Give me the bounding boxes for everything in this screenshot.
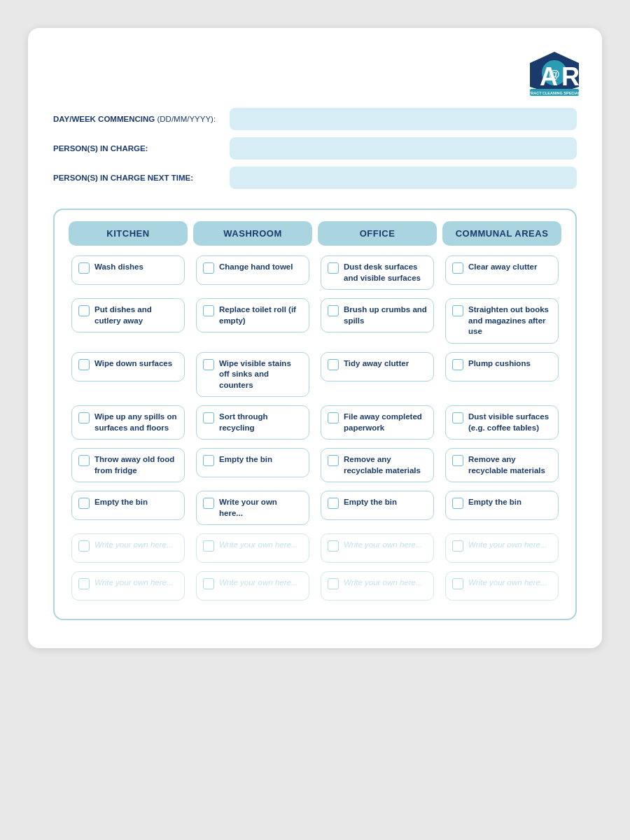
task-text: Sort through recycling xyxy=(219,412,302,433)
task-text: Straighten out books and magazines after… xyxy=(468,304,552,337)
svg-text:CONTRACT CLEANING SPECIALISTS: CONTRACT CLEANING SPECIALISTS xyxy=(526,91,582,95)
task-text: Wipe visible stains off sinks and counte… xyxy=(219,358,302,391)
task-checkbox[interactable] xyxy=(452,540,463,552)
header: A R @ CONTRACT CLEANING SPECIALISTS xyxy=(53,49,577,92)
col-0-row-6: Write your own here... xyxy=(69,529,188,567)
task-checkbox[interactable] xyxy=(78,359,90,370)
person-input[interactable] xyxy=(230,137,577,160)
task-checkbox[interactable] xyxy=(203,262,214,274)
task-checkbox[interactable] xyxy=(78,412,90,424)
col-1-row-6: Write your own here... xyxy=(193,529,312,567)
task-checkbox[interactable] xyxy=(452,455,463,466)
col-2-row-1: Brush up crumbs and spills xyxy=(318,294,437,348)
task-text: Dust visible surfaces (e.g. coffee table… xyxy=(468,412,552,433)
form-label-date: DAY/WEEK COMMENCING (DD/MM/YYYY): xyxy=(53,115,221,123)
task-item: Tidy away clutter xyxy=(321,352,434,382)
task-checkbox[interactable] xyxy=(328,412,339,424)
task-item: Write your own here... xyxy=(196,571,309,601)
task-item: Throw away old food from fridge xyxy=(71,448,185,482)
task-item: Wipe down surfaces xyxy=(71,352,185,382)
svg-text:@: @ xyxy=(549,69,560,80)
task-checkbox[interactable] xyxy=(328,262,339,274)
col-2-row-0: Dust desk surfaces and visible surfaces xyxy=(318,251,437,294)
task-checkbox[interactable] xyxy=(328,359,339,370)
task-text: Brush up crumbs and spills xyxy=(344,304,427,326)
col-1-row-5: Write your own here... xyxy=(193,486,312,529)
task-checkbox[interactable] xyxy=(452,498,463,509)
logo-block: A R @ CONTRACT CLEANING SPECIALISTS xyxy=(526,49,577,92)
col-0-row-1: Put dishes and cutlery away xyxy=(69,294,188,348)
task-text: Wash dishes xyxy=(94,262,144,273)
task-text: Write your own here... xyxy=(468,578,547,589)
task-text: Change hand towel xyxy=(219,262,293,273)
col-0-row-0: Wash dishes xyxy=(69,251,188,294)
task-checkbox[interactable] xyxy=(452,359,463,370)
task-text: Empty the bin xyxy=(344,497,397,508)
task-checkbox[interactable] xyxy=(452,262,463,274)
task-checkbox[interactable] xyxy=(203,578,214,589)
task-checkbox[interactable] xyxy=(78,262,90,274)
task-text: Write your own here... xyxy=(219,578,298,589)
col-header-kitchen: KITCHEN xyxy=(69,221,188,246)
task-text: Remove any recyclable materials xyxy=(344,454,427,476)
task-checkbox[interactable] xyxy=(452,578,463,589)
col-1-row-2: Wipe visible stains off sinks and counte… xyxy=(193,348,312,402)
task-item: Write your own here... xyxy=(196,491,309,525)
task-checkbox[interactable] xyxy=(328,540,339,552)
task-checkbox[interactable] xyxy=(203,412,214,424)
task-checkbox[interactable] xyxy=(452,305,463,316)
form-label-next-person: PERSON(S) IN CHARGE NEXT TIME: xyxy=(53,174,221,182)
col-1-row-1: Replace toilet roll (if empty) xyxy=(193,294,312,348)
task-checkbox[interactable] xyxy=(203,359,214,370)
task-item: Write your own here... xyxy=(196,533,309,563)
task-checkbox[interactable] xyxy=(328,455,339,466)
task-text: Remove any recyclable materials xyxy=(468,454,552,476)
col-2-row-5: Empty the bin xyxy=(318,486,437,529)
task-item: Write your own here... xyxy=(445,571,559,601)
task-text: Write your own here... xyxy=(468,540,547,551)
col-0-row-4: Throw away old food from fridge xyxy=(69,444,188,486)
task-text: Write your own here... xyxy=(344,578,422,589)
form-section: DAY/WEEK COMMENCING (DD/MM/YYYY): PERSON… xyxy=(53,108,577,189)
task-checkbox[interactable] xyxy=(78,578,90,589)
task-text: Wipe up any spills on surfaces and floor… xyxy=(94,412,178,433)
task-item: Write your own here... xyxy=(71,533,185,563)
col-header-office: OFFICE xyxy=(318,221,437,246)
task-checkbox[interactable] xyxy=(78,305,90,316)
next-person-input[interactable] xyxy=(230,167,577,189)
task-checkbox[interactable] xyxy=(203,498,214,509)
task-checkbox[interactable] xyxy=(328,578,339,589)
task-item: Empty the bin xyxy=(445,491,559,520)
col-1-row-3: Sort through recycling xyxy=(193,401,312,444)
task-checkbox[interactable] xyxy=(328,305,339,316)
task-item: Dust visible surfaces (e.g. coffee table… xyxy=(445,405,559,440)
date-input[interactable] xyxy=(230,108,577,130)
task-item: Dust desk surfaces and visible surfaces xyxy=(321,255,434,290)
form-label-person: PERSON(S) IN CHARGE: xyxy=(53,144,221,153)
task-text: Empty the bin xyxy=(219,454,272,465)
task-text: Empty the bin xyxy=(94,497,148,508)
task-text: Tidy away clutter xyxy=(344,358,409,370)
task-checkbox[interactable] xyxy=(78,540,90,552)
col-2-row-4: Remove any recyclable materials xyxy=(318,444,437,486)
task-checkbox[interactable] xyxy=(452,412,463,424)
task-text: Put dishes and cutlery away xyxy=(94,304,178,326)
task-item: Straighten out books and magazines after… xyxy=(445,298,559,344)
task-checkbox[interactable] xyxy=(203,305,214,316)
task-item: Write your own here... xyxy=(71,571,185,601)
task-item: Empty the bin xyxy=(321,491,434,520)
task-text: Dust desk surfaces and visible surfaces xyxy=(344,262,427,284)
task-item: Wash dishes xyxy=(71,255,185,285)
col-1-row-0: Change hand towel xyxy=(193,251,312,294)
task-checkbox[interactable] xyxy=(203,540,214,552)
task-checkbox[interactable] xyxy=(78,455,90,466)
col-3-row-6: Write your own here... xyxy=(442,529,561,567)
col-0-row-2: Wipe down surfaces xyxy=(69,348,188,402)
task-item: Plump cushions xyxy=(445,352,559,382)
task-checkbox[interactable] xyxy=(203,455,214,466)
task-checkbox[interactable] xyxy=(78,498,90,509)
task-item: Remove any recyclable materials xyxy=(321,448,434,482)
task-item: Write your own here... xyxy=(321,533,434,563)
task-checkbox[interactable] xyxy=(328,498,339,509)
col-2-row-3: File away completed paperwork xyxy=(318,401,437,444)
